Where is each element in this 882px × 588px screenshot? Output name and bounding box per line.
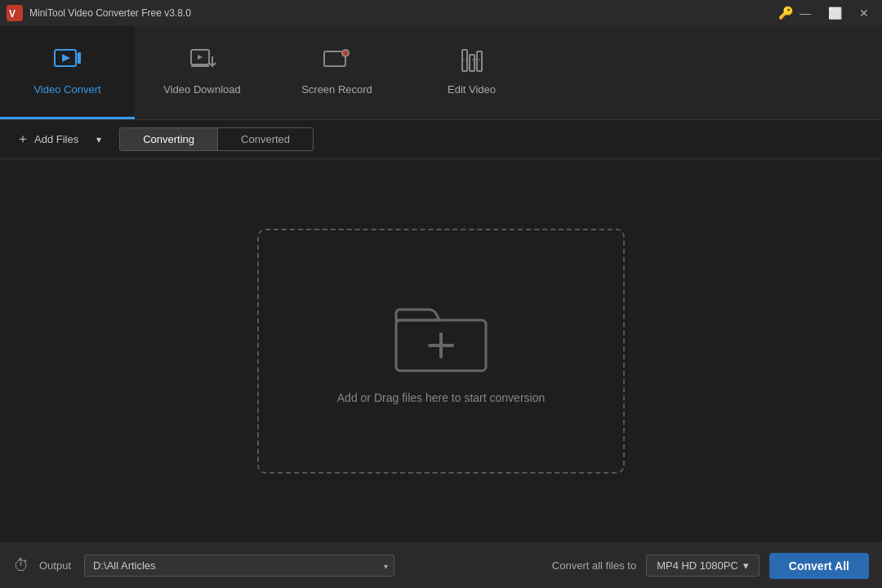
screen-record-icon [323,48,352,78]
convert-all-button[interactable]: Convert All [769,553,869,579]
tab-converted[interactable]: Converted [218,128,313,150]
output-path-input[interactable] [84,555,394,577]
svg-rect-4 [78,52,81,64]
titlebar: V MiniTool Video Converter Free v3.8.0 🔑… [0,0,882,26]
add-files-icon: ＋ [16,131,29,148]
svg-rect-17 [477,51,482,71]
bottombar: ⏱ Output ▾ Convert all files to MP4 HD 1… [0,542,882,588]
video-convert-icon [53,48,82,78]
nav-item-screen-record[interactable]: Screen Record [270,26,404,119]
add-files-dropdown-button[interactable]: ▾ [91,131,106,149]
add-files-label: Add Files [34,133,78,145]
nav-label-edit-video: Edit Video [448,83,496,96]
drop-zone[interactable]: Add or Drag files here to start conversi… [257,229,625,474]
key-icon: 🔑 [778,6,794,20]
convert-format-button[interactable]: MP4 HD 1080PC ▾ [646,555,760,577]
nav-label-video-convert: Video Convert [33,83,100,96]
main-content: Add or Drag files here to start conversi… [0,159,882,542]
svg-marker-9 [198,55,203,60]
window-controls: — ⬜ ✕ [794,5,875,21]
nav-item-video-download[interactable]: Video Download [135,26,270,119]
maximize-button[interactable]: ⬜ [823,5,846,21]
close-button[interactable]: ✕ [853,5,875,21]
convert-format-label: MP4 HD 1080PC [657,559,738,572]
nav-label-screen-record: Screen Record [301,83,372,96]
drop-hint: Add or Drag files here to start conversi… [337,391,545,404]
navbar: Video Convert Video Download Screen Reco… [0,26,882,120]
toolbar: ＋ Add Files ▾ Converting Converted [0,120,882,159]
add-files-button[interactable]: ＋ Add Files [10,127,85,151]
tab-group: Converting Converted [119,127,314,151]
convert-all-files-label: Convert all files to [552,559,636,572]
edit-video-icon [457,48,487,78]
svg-rect-15 [462,50,467,71]
video-download-icon [188,48,217,78]
app-title: MiniTool Video Converter Free v3.8.0 [29,7,778,19]
app-logo: V [7,5,23,21]
minimize-button[interactable]: — [794,5,817,21]
folder-icon [392,297,490,375]
nav-item-video-convert[interactable]: Video Convert [0,26,135,119]
tab-converting[interactable]: Converting [120,128,218,150]
clock-icon: ⏱ [13,556,29,575]
svg-text:V: V [9,8,16,20]
convert-format-arrow-icon: ▾ [743,559,749,572]
output-path-wrap: ▾ [84,555,394,577]
svg-point-14 [343,51,348,56]
output-label: Output [39,559,71,572]
nav-item-edit-video[interactable]: Edit Video [404,26,539,119]
nav-label-video-download: Video Download [163,83,240,96]
svg-marker-3 [62,54,70,62]
svg-rect-16 [470,55,474,71]
